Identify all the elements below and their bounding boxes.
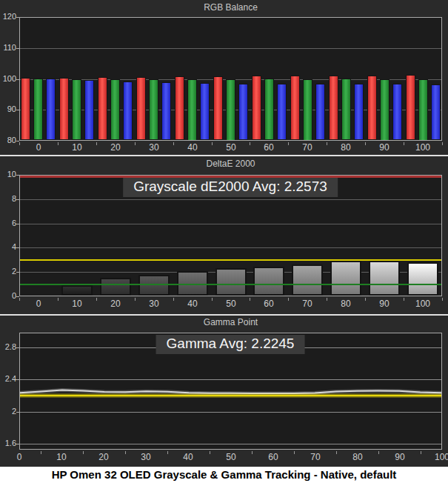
x-tick-label: 60 <box>257 452 290 462</box>
grayscale-avg-annotation: Grayscale dE2000 Avg: 2.2573 <box>123 178 338 197</box>
y-tick-mark <box>16 296 19 297</box>
chart-title-rgb-balance: RGB Balance <box>19 2 442 13</box>
y-tick-mark <box>16 48 19 49</box>
x-tick-label: 50 <box>215 452 247 462</box>
x-tick-mark <box>173 142 174 145</box>
bar-green <box>226 79 235 141</box>
bar-grayscale-80 <box>330 261 361 296</box>
bar-green <box>264 79 274 140</box>
x-tick-label: 80 <box>330 299 362 309</box>
y-tick-mark <box>16 141 19 141</box>
x-tick-label: 70 <box>299 452 332 462</box>
y-tick-label: 0 <box>0 291 16 300</box>
x-tick-mark <box>288 142 289 145</box>
x-tick-label: 100 <box>426 452 448 462</box>
bar-blue <box>84 80 94 140</box>
x-tick-label: 10 <box>61 142 93 153</box>
bar-red <box>252 76 261 140</box>
x-tick-label: 30 <box>138 299 170 309</box>
x-tick-label: 90 <box>368 142 401 153</box>
bar-green <box>187 79 197 141</box>
y-tick-mark <box>16 379 19 380</box>
x-tick-mark <box>327 298 327 301</box>
x-tick-mark <box>210 451 210 454</box>
bar-red <box>136 77 146 140</box>
x-tick-mark <box>212 298 213 301</box>
bar-grayscale-10 <box>61 285 93 296</box>
x-tick-mark <box>288 298 289 301</box>
y-tick-label: 1.6 <box>0 439 16 447</box>
x-tick-label: 0 <box>22 142 55 153</box>
x-tick-label: 50 <box>215 142 247 153</box>
bar-green <box>72 79 81 140</box>
bar-green <box>110 79 120 140</box>
y-tick-mark <box>16 247 19 248</box>
calman-report: RGB Balance DeltaE 2000 Grayscale dE2000… <box>0 0 448 483</box>
y-tick-label: 10 <box>0 170 16 179</box>
bar-grayscale-90 <box>369 261 400 296</box>
y-tick-label: 2.8 <box>0 342 16 351</box>
y-tick-label: 4 <box>0 242 16 251</box>
bar-red <box>290 76 300 140</box>
x-tick-mark <box>294 451 295 454</box>
x-tick-label: 0 <box>22 299 55 309</box>
y-tick-label: 100 <box>0 74 16 83</box>
report-caption: HP Omen 32 OLED Grayscale & Gamma Tracki… <box>0 467 448 483</box>
y-tick-label: 120 <box>0 12 16 21</box>
y-tick-mark <box>16 347 19 348</box>
bar-blue <box>161 82 171 140</box>
bar-red <box>406 75 415 140</box>
bar-red <box>329 76 338 140</box>
bar-blue <box>200 83 210 140</box>
chart-title-deltae: DeltaE 2000 <box>19 159 442 169</box>
x-tick-mark <box>442 298 443 301</box>
x-tick-mark <box>58 142 58 145</box>
gamma-avg-annotation: Gamma Avg: 2.2245 <box>156 335 305 354</box>
x-tick-mark <box>173 298 174 301</box>
reference-line-warning <box>20 259 441 261</box>
y-tick-mark <box>16 272 19 273</box>
x-tick-label: 70 <box>291 299 324 309</box>
x-tick-mark <box>442 142 443 145</box>
x-tick-label: 60 <box>253 299 285 309</box>
bar-blue <box>277 84 287 140</box>
bar-grayscale-20 <box>100 278 131 296</box>
x-tick-mark <box>125 451 126 454</box>
bar-red <box>98 77 107 140</box>
x-tick-label: 100 <box>407 142 439 153</box>
y-tick-mark <box>16 17 19 18</box>
x-tick-mark <box>19 298 20 301</box>
bar-blue <box>431 84 441 140</box>
x-tick-mark <box>96 298 97 301</box>
x-tick-label: 10 <box>61 299 93 309</box>
y-tick-mark <box>16 110 19 110</box>
bar-blue <box>123 81 133 140</box>
bar-red <box>59 78 69 140</box>
chart-title-gamma: Gamma Point <box>19 317 442 327</box>
y-tick-label: 90 <box>0 104 16 113</box>
x-tick-label: 100 <box>407 299 439 309</box>
x-tick-label: 40 <box>176 142 209 153</box>
y-tick-label: 8 <box>0 194 16 203</box>
x-tick-mark <box>365 298 366 301</box>
x-tick-mark <box>404 142 404 145</box>
bar-green <box>33 79 43 140</box>
y-tick-mark <box>16 444 19 444</box>
x-tick-label: 90 <box>384 452 416 462</box>
x-tick-mark <box>96 142 97 145</box>
x-tick-label: 20 <box>99 299 132 309</box>
x-tick-mark <box>378 451 379 454</box>
x-tick-label: 50 <box>215 299 247 309</box>
reference-line-good <box>20 284 441 285</box>
x-tick-label: 60 <box>253 142 285 153</box>
x-tick-mark <box>135 142 136 145</box>
y-tick-mark <box>16 199 19 200</box>
x-tick-mark <box>212 142 213 145</box>
bar-blue <box>238 84 248 140</box>
bar-green <box>380 79 390 141</box>
x-tick-label: 30 <box>130 452 162 462</box>
panel-separator <box>0 314 448 316</box>
y-tick-label: 2 <box>0 267 16 276</box>
panel-separator <box>0 155 448 156</box>
rgb-balance-plot <box>19 17 442 141</box>
